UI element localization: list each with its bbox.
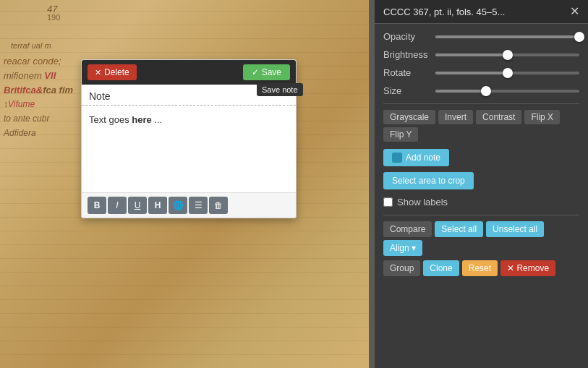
opacity-row: Opacity xyxy=(383,31,579,42)
note-content[interactable]: Text goes here ... xyxy=(82,106,296,192)
clone-button[interactable]: Clone xyxy=(423,260,459,276)
delete-label: Delete xyxy=(104,67,129,77)
note-text-bold: here xyxy=(132,114,151,125)
show-labels-checkbox[interactable] xyxy=(383,197,393,207)
note-text-normal: Text goes xyxy=(89,114,132,125)
filter-buttons: Grayscale Invert Contrast Flip X Flip Y xyxy=(383,110,579,142)
opacity-fill xyxy=(435,35,574,38)
list-button[interactable]: ☰ xyxy=(189,197,208,214)
brightness-slider[interactable] xyxy=(435,54,579,56)
compare-button[interactable]: Compare xyxy=(383,221,432,237)
right-panel: CCCC 367, pt. ii, fols. 45–5... ✕ Opacit… xyxy=(375,0,588,368)
ms-text-line-3: mifionem VII xyxy=(4,69,56,84)
ms-text-line-5: ↕Vifume xyxy=(4,98,35,111)
size-label: Size xyxy=(383,85,435,96)
save-button[interactable]: ✓ Save xyxy=(243,64,290,80)
page-number-2: 190 xyxy=(47,13,60,22)
bold-button[interactable]: B xyxy=(88,197,106,214)
reset-button[interactable]: Reset xyxy=(462,260,498,276)
contrast-button[interactable]: Contrast xyxy=(476,110,521,124)
x-icon: ✕ xyxy=(95,68,101,77)
note-toolbar: ✕ Delete ✓ Save xyxy=(82,60,296,85)
show-labels-row: Show labels xyxy=(383,197,579,207)
opacity-slider[interactable] xyxy=(435,35,579,38)
group-button[interactable]: Group xyxy=(383,260,420,276)
action-row-2: Group Clone Reset ✕ Remove xyxy=(383,260,579,276)
ms-text-line-2: reacar conde; xyxy=(4,54,61,69)
save-label: Save xyxy=(262,67,281,77)
underline-button[interactable]: U xyxy=(128,197,147,214)
save-tooltip: Save note xyxy=(257,83,303,96)
trash-button[interactable]: 🗑 xyxy=(209,197,228,214)
ms-text-line-7: Adfidera xyxy=(4,127,36,140)
action-row-1: Compare Select all Unselect all Align ▾ xyxy=(383,221,579,256)
size-thumb xyxy=(481,86,491,96)
divider-2 xyxy=(383,215,579,215)
size-row: Size xyxy=(383,85,579,96)
select-all-button[interactable]: Select all xyxy=(435,221,483,237)
add-note-icon xyxy=(392,153,402,163)
remove-button[interactable]: ✕ Remove xyxy=(500,260,555,276)
rotate-slider[interactable] xyxy=(435,72,579,74)
opacity-label: Opacity xyxy=(383,31,435,42)
brightness-row: Brightness xyxy=(383,49,579,60)
panel-close-button[interactable]: ✕ xyxy=(570,6,579,17)
ms-text-line-1: terraf ual m xyxy=(11,40,51,53)
size-fill xyxy=(435,90,486,93)
delete-button[interactable]: ✕ Delete xyxy=(88,64,137,80)
rotate-row: Rotate xyxy=(383,67,579,78)
globe-button[interactable]: 🌐 xyxy=(169,197,187,214)
italic-button[interactable]: I xyxy=(108,197,127,214)
flip-y-button[interactable]: Flip Y xyxy=(383,127,418,142)
rotate-thumb xyxy=(503,68,513,78)
panel-title: CCCC 367, pt. ii, fols. 45–5... xyxy=(383,7,505,17)
show-labels-label: Show labels xyxy=(397,197,448,207)
invert-button[interactable]: Invert xyxy=(438,110,473,124)
remove-label: Remove xyxy=(516,263,549,273)
size-slider[interactable] xyxy=(435,90,579,93)
remove-x-icon: ✕ xyxy=(507,263,516,273)
rotate-label: Rotate xyxy=(383,67,435,78)
note-text-suffix: ... xyxy=(152,114,162,125)
add-note-button[interactable]: Add note xyxy=(383,149,449,166)
grayscale-button[interactable]: Grayscale xyxy=(383,110,435,124)
ms-text-line-4: Britifca&fca fim xyxy=(4,83,73,98)
check-icon: ✓ xyxy=(252,67,259,77)
rotate-fill xyxy=(435,72,508,74)
brightness-fill xyxy=(435,54,508,56)
brightness-thumb xyxy=(503,50,513,60)
add-note-label: Add note xyxy=(406,153,440,163)
align-button[interactable]: Align ▾ xyxy=(383,240,422,256)
panel-body: Opacity Brightness Rotate Size xyxy=(375,24,588,283)
note-formatting-bar: B I U H 🌐 ☰ 🗑 xyxy=(82,192,296,218)
ms-text-line-6: to ante cubr xyxy=(4,112,49,126)
divider-1 xyxy=(383,103,579,104)
panel-header: CCCC 367, pt. ii, fols. 45–5... ✕ xyxy=(375,0,588,24)
unselect-all-button[interactable]: Unselect all xyxy=(486,221,544,237)
heading-button[interactable]: H xyxy=(148,197,167,214)
flip-x-button[interactable]: Flip X xyxy=(524,110,560,124)
align-label: Align xyxy=(390,243,409,253)
align-chevron-icon: ▾ xyxy=(412,243,416,253)
opacity-thumb xyxy=(574,32,584,42)
brightness-label: Brightness xyxy=(383,49,435,60)
crop-button[interactable]: Select area to crop xyxy=(383,172,474,189)
